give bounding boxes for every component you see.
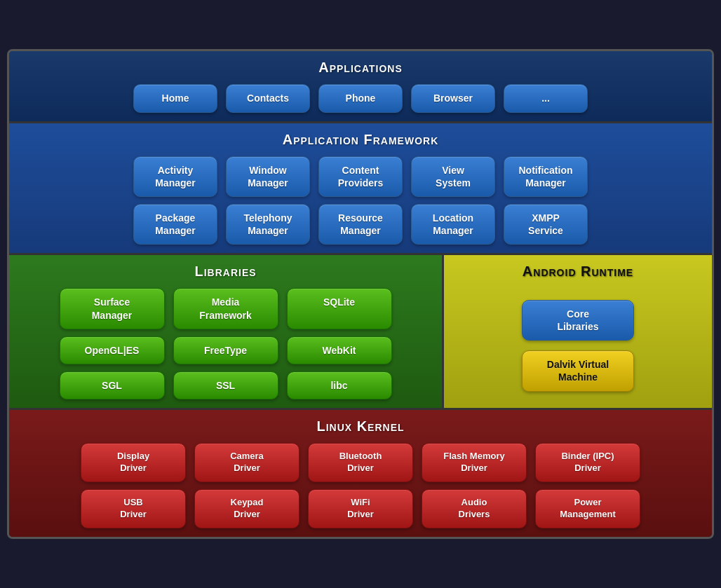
media-framework-button[interactable]: MediaFramework xyxy=(173,288,278,329)
libraries-row1: SurfaceManager MediaFramework SQLite xyxy=(20,288,431,329)
resource-manager-button[interactable]: ResourceManager xyxy=(318,204,403,245)
surface-manager-button[interactable]: SurfaceManager xyxy=(60,288,165,329)
xmpp-service-button[interactable]: XMPPService xyxy=(504,204,588,245)
sgl-button[interactable]: SGL xyxy=(60,371,165,399)
browser-button[interactable]: Browser xyxy=(411,84,495,112)
notification-manager-button[interactable]: NotificationManager xyxy=(504,156,588,197)
power-management-button[interactable]: PowerManagement xyxy=(535,489,640,528)
activity-manager-button[interactable]: ActivityManager xyxy=(133,156,217,197)
camera-driver-button[interactable]: CameraDriver xyxy=(194,443,299,482)
android-architecture-diagram: Applications Home Contacts Phone Browser… xyxy=(7,49,714,538)
audio-drivers-button[interactable]: AudioDrivers xyxy=(422,489,527,528)
applications-title: Applications xyxy=(20,60,701,76)
libc-button[interactable]: libc xyxy=(287,371,392,399)
opengl-button[interactable]: OpenGL|ES xyxy=(60,336,165,364)
core-libraries-button[interactable]: CoreLibraries xyxy=(522,300,634,341)
binder-driver-button[interactable]: Binder (IPC)Driver xyxy=(535,443,640,482)
more-button[interactable]: ... xyxy=(504,84,588,112)
kernel-row1: DisplayDriver CameraDriver BluetoothDriv… xyxy=(20,443,701,482)
dalvik-button[interactable]: Dalvik VirtualMachine xyxy=(522,350,634,391)
freetype-button[interactable]: FreeType xyxy=(173,336,278,364)
package-manager-button[interactable]: PackageManager xyxy=(133,204,217,245)
location-manager-button[interactable]: LocationManager xyxy=(411,204,495,245)
libs-runtime-row: Libraries SurfaceManager MediaFramework … xyxy=(9,255,712,410)
runtime-title: Android Runtime xyxy=(455,264,701,280)
framework-row2: PackageManager TelephonyManager Resource… xyxy=(20,204,701,245)
usb-driver-button[interactable]: USBDriver xyxy=(81,489,186,528)
view-system-button[interactable]: ViewSystem xyxy=(411,156,495,197)
phone-button[interactable]: Phone xyxy=(318,84,403,112)
display-driver-button[interactable]: DisplayDriver xyxy=(81,443,186,482)
applications-section: Applications Home Contacts Phone Browser… xyxy=(9,51,712,123)
contacts-button[interactable]: Contacts xyxy=(226,84,310,112)
framework-row1: ActivityManager WindowManager ContentPro… xyxy=(20,156,701,197)
ssl-button[interactable]: SSL xyxy=(173,371,278,399)
sqlite-button[interactable]: SQLite xyxy=(287,288,392,329)
keypad-driver-button[interactable]: KeypadDriver xyxy=(194,489,299,528)
kernel-row2: USBDriver KeypadDriver WiFiDriver AudioD… xyxy=(20,489,701,528)
libraries-title: Libraries xyxy=(20,264,431,280)
framework-section: Application Framework ActivityManager Wi… xyxy=(9,123,712,256)
applications-row: Home Contacts Phone Browser ... xyxy=(20,84,701,112)
webkit-button[interactable]: WebKit xyxy=(287,336,392,364)
window-manager-button[interactable]: WindowManager xyxy=(226,156,310,197)
bluetooth-driver-button[interactable]: BluetoothDriver xyxy=(308,443,413,482)
libraries-section: Libraries SurfaceManager MediaFramework … xyxy=(9,255,444,408)
wifi-driver-button[interactable]: WiFiDriver xyxy=(308,489,413,528)
libraries-row2: OpenGL|ES FreeType WebKit xyxy=(20,336,431,364)
framework-title: Application Framework xyxy=(20,132,701,148)
home-button[interactable]: Home xyxy=(133,84,217,112)
runtime-inner: CoreLibraries Dalvik VirtualMachine xyxy=(455,288,701,396)
content-providers-button[interactable]: ContentProviders xyxy=(318,156,403,197)
telephony-manager-button[interactable]: TelephonyManager xyxy=(226,204,310,245)
libraries-row3: SGL SSL libc xyxy=(20,371,431,399)
runtime-section: Android Runtime CoreLibraries Dalvik Vir… xyxy=(444,255,712,408)
kernel-title: Linux Kernel xyxy=(20,418,701,435)
flash-memory-driver-button[interactable]: Flash MemoryDriver xyxy=(422,443,527,482)
kernel-section: Linux Kernel DisplayDriver CameraDriver … xyxy=(9,410,712,537)
